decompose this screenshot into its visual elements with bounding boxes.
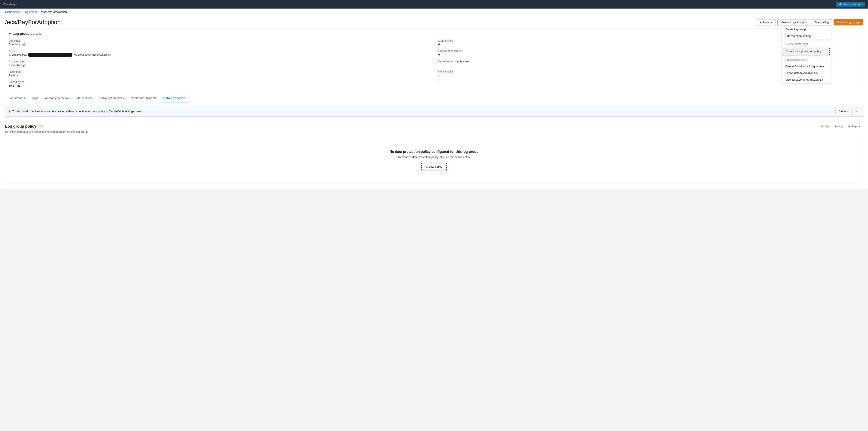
creation-time-value: 8 months ago xyxy=(9,63,430,67)
policy-title: Log group policy xyxy=(5,124,36,129)
header-actions: Actions ▲ View in Logs Insights Start ta… xyxy=(757,19,863,25)
policy-info-link[interactable]: Info xyxy=(39,125,43,128)
detail-creation-time: Creation time 8 months ago xyxy=(9,60,430,67)
section-title: ▼ Log group details xyxy=(9,32,859,36)
detail-log-class: Log class Standard Info xyxy=(9,39,430,46)
main-content: /ecs/PayForAdoption Actions ▲ View in Lo… xyxy=(0,16,868,189)
dropdown-view-all-exports[interactable]: View all exports to Amazon S3 xyxy=(782,76,831,83)
info-circle-icon: ℹ xyxy=(9,109,10,113)
dropdown-delete-log-group[interactable]: Delete log group xyxy=(782,26,831,33)
breadcrumb-current: /ecs/PayForAdoption xyxy=(41,10,67,13)
empty-state: No data protection policy configured for… xyxy=(5,137,863,183)
section-title-text: Log group details xyxy=(12,32,41,36)
arn-row: ⧉ arn:aws:logs:████████████████████log-g… xyxy=(9,53,430,56)
dropdown-edit-retention[interactable]: Edit retention setting xyxy=(782,33,831,39)
log-class-value: Standard Info xyxy=(9,43,430,46)
tab-tags[interactable]: Tags xyxy=(28,94,42,103)
breadcrumb: CloudWatch › Log groups › /ecs/PayForAdo… xyxy=(0,8,868,16)
log-class-label: Log class xyxy=(9,39,430,42)
creation-time-label: Creation time xyxy=(9,60,430,63)
arn-suffix: log-group:/ecs/PayForAdoption:* xyxy=(74,53,111,56)
info-banner-left: ℹ To help build compliance, consider cre… xyxy=(9,109,143,113)
dropdown-create-metric-filter[interactable]: Create metric filter xyxy=(782,40,831,47)
actions-label: Actions xyxy=(760,21,769,24)
syntax-button[interactable]: Syntax xyxy=(832,123,845,130)
arn-label: ARN xyxy=(9,49,430,53)
info-banner: ℹ To help build compliance, consider cre… xyxy=(5,106,863,117)
actions-dropdown: Delete log group Edit retention setting … xyxy=(782,26,831,83)
stored-bytes-label: Stored bytes xyxy=(9,80,430,84)
dropdown-create-data-protection-policy[interactable]: Create data protection policy xyxy=(783,48,829,55)
policy-actions-button[interactable]: Actions ▼ xyxy=(846,123,863,130)
tab-contributor-insights[interactable]: Contributor Insights xyxy=(127,94,160,103)
tab-log-streams[interactable]: Log streams xyxy=(5,94,28,103)
details-button[interactable]: Details xyxy=(819,123,832,130)
info-banner-text: To help build compliance, consider creat… xyxy=(12,110,143,113)
view-in-logs-insights-button[interactable]: View in Logs Insights xyxy=(777,19,810,25)
create-policy-button[interactable]: Create policy xyxy=(421,163,447,170)
stored-bytes-value: 19.17 MB xyxy=(9,84,430,87)
log-class-text: Standard xyxy=(9,43,20,46)
dropdown-subscription-filters-label: Subscription filters xyxy=(782,56,831,63)
policy-actions-arrow-icon: ▼ xyxy=(858,125,861,128)
settings-button[interactable]: Settings xyxy=(836,108,852,114)
tab-subscription-filters[interactable]: Subscription filters xyxy=(96,94,127,103)
policy-subtitle: Sensitive data auditing and masking conf… xyxy=(5,130,863,134)
page-header: /ecs/PayForAdoption Actions ▲ View in Lo… xyxy=(5,16,863,28)
actions-arrow-icon: ▲ xyxy=(770,21,773,24)
retention-value: 2 years xyxy=(9,74,430,77)
detail-items-left: Log class Standard Info ARN ⧉ arn:aws:lo… xyxy=(9,39,430,87)
page-title: /ecs/PayForAdoption xyxy=(5,19,61,26)
retention-label: Retention xyxy=(9,70,430,73)
breadcrumb-sep-2: › xyxy=(39,10,40,13)
breadcrumb-log-groups[interactable]: Log groups xyxy=(24,10,38,13)
breadcrumb-sep-1: › xyxy=(21,10,22,13)
empty-state-description: To create a data protection policy, clic… xyxy=(10,155,858,159)
info-banner-actions: Settings × xyxy=(836,108,860,114)
nav-brand: CloudWatch xyxy=(3,3,18,6)
start-tailing-button[interactable]: Start tailing xyxy=(812,19,832,25)
details-grid: Log class Standard Info ARN ⧉ arn:aws:lo… xyxy=(9,39,859,87)
policy-header: Log group policy Info Details Syntax Act… xyxy=(5,123,863,130)
policy-header-actions: Details Syntax Actions ▼ xyxy=(819,123,863,130)
policy-title-row: Log group policy Info xyxy=(5,124,43,129)
section-arrow-icon: ▼ xyxy=(9,32,11,35)
arn-prefix: arn:aws:logs: xyxy=(12,53,27,56)
search-log-group-button[interactable]: Search log group xyxy=(834,19,863,25)
log-group-details-section: ▼ Log group details Log class Standard I… xyxy=(5,28,863,91)
top-nav: CloudWatch Monitoring account xyxy=(0,0,868,8)
arn-copy-icon[interactable]: ⧉ xyxy=(9,53,11,56)
tab-metric-filters[interactable]: Metric filters xyxy=(73,94,96,103)
dropdown-export-to-s3[interactable]: Export data to Amazon S3 xyxy=(782,70,831,76)
detail-retention: Retention 2 years xyxy=(9,70,430,77)
actions-button[interactable]: Actions ▲ xyxy=(757,19,776,25)
breadcrumb-cloudwatch[interactable]: CloudWatch xyxy=(5,10,20,13)
tabs-bar: Log streams Tags Anomaly detection Metri… xyxy=(5,94,863,103)
banner-close-button[interactable]: × xyxy=(854,109,859,114)
detail-stored-bytes: Stored bytes 19.17 MB xyxy=(9,80,430,87)
tab-anomaly-detection[interactable]: Anomaly detection xyxy=(42,94,73,103)
monitoring-account-button[interactable]: Monitoring account xyxy=(836,2,865,7)
arn-redacted: ████████████████████ xyxy=(28,53,72,56)
policy-actions-label: Actions xyxy=(848,125,857,128)
empty-state-title: No data protection policy configured for… xyxy=(10,150,858,154)
policy-section: Log group policy Info Details Syntax Act… xyxy=(5,120,863,183)
tab-data-protection[interactable]: Data protection xyxy=(160,94,189,103)
detail-arn: ARN ⧉ arn:aws:logs:████████████████████l… xyxy=(9,49,430,56)
log-class-info-link[interactable]: Info xyxy=(22,43,26,46)
dropdown-create-contributor-insights[interactable]: Create Contributor Insights rule xyxy=(782,63,831,70)
